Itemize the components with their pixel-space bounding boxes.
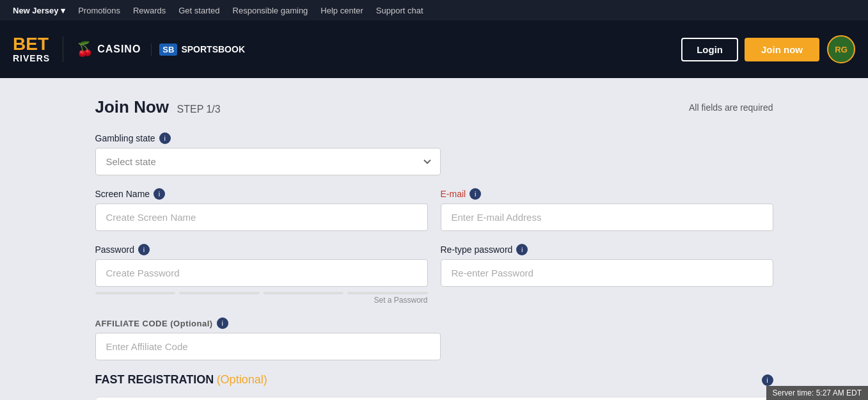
nav-responsible-gaming[interactable]: Responsible gaming <box>233 6 308 15</box>
email-info-icon[interactable]: i <box>470 188 481 200</box>
join-now-button[interactable]: Join now <box>745 38 819 61</box>
screen-name-info-icon[interactable]: i <box>154 188 165 200</box>
nav-help-center[interactable]: Help center <box>320 6 363 15</box>
strength-bar-4 <box>347 292 428 294</box>
all-fields-required: All fields are required <box>689 102 773 113</box>
nav-promotions[interactable]: Promotions <box>78 6 120 15</box>
nav-new-jersey[interactable]: New Jersey ▾ <box>13 6 65 15</box>
server-time-badge: Server time: 5:27 AM EDT <box>766 386 868 400</box>
fast-reg-heading: FAST REGISTRATION (Optional) <box>95 373 267 387</box>
retype-password-label: Re-type password i <box>441 244 773 255</box>
email-input[interactable] <box>441 204 773 231</box>
screen-name-column: Screen Name i <box>95 188 428 231</box>
affiliate-info-icon[interactable]: i <box>217 317 228 329</box>
main-header: BET RIVERS 🍒 CASINO SB SPORTSBOOK Login … <box>0 20 868 78</box>
nav-get-started[interactable]: Get started <box>178 6 219 15</box>
top-navigation: New Jersey ▾ Promotions Rewards Get star… <box>0 0 868 20</box>
casino-logo: 🍒 CASINO <box>76 41 141 58</box>
gambling-state-select[interactable]: Select state New Jersey Pennsylvania Mic… <box>95 148 441 175</box>
form-header: Join Now STEP 1/3 All fields are require… <box>95 97 773 117</box>
logo-divider <box>63 36 63 62</box>
gambling-state-section: Gambling state i Select state New Jersey… <box>95 132 773 175</box>
state-select-wrapper: Select state New Jersey Pennsylvania Mic… <box>95 148 441 175</box>
sb-badge: SB <box>159 44 177 56</box>
affiliate-label-row: AFFILIATE CODE (Optional) i <box>95 317 773 329</box>
fast-reg-options: RR I would like to register using my exi… <box>95 397 773 400</box>
registration-form: Join Now STEP 1/3 All fields are require… <box>95 97 773 400</box>
sportsbook-logo: SB SPORTSBOOK <box>151 44 245 56</box>
join-now-heading: Join Now STEP 1/3 <box>95 97 221 117</box>
nav-rewards[interactable]: Rewards <box>133 6 166 15</box>
email-column: E-mail i <box>441 188 773 231</box>
set-password-hint: Set a Password <box>95 296 428 305</box>
password-info-icon[interactable]: i <box>138 244 150 255</box>
password-strength-bars <box>95 292 428 294</box>
retype-password-column: Re-type password i <box>441 244 773 305</box>
password-row: Password i Set a Password Re-type passwo… <box>95 244 773 305</box>
sportsbook-label: SPORTSBOOK <box>181 44 245 54</box>
login-button[interactable]: Login <box>681 38 738 61</box>
nav-support-chat[interactable]: Support chat <box>376 6 423 15</box>
gambling-state-info-icon[interactable]: i <box>159 132 171 144</box>
affiliate-code-input[interactable] <box>95 333 441 360</box>
screen-name-email-row: Screen Name i E-mail i <box>95 188 773 231</box>
strength-bar-2 <box>179 292 260 294</box>
content-area: Join Now STEP 1/3 All fields are require… <box>83 78 786 400</box>
fast-registration-section: FAST REGISTRATION (Optional) i RR I woul… <box>95 373 773 400</box>
email-label: E-mail i <box>441 188 773 200</box>
betrivers-logo: BET RIVERS <box>13 35 50 63</box>
retype-password-info-icon[interactable]: i <box>516 244 528 255</box>
fast-reg-header: FAST REGISTRATION (Optional) i <box>95 373 773 387</box>
password-input[interactable] <box>95 259 428 287</box>
retype-password-input[interactable] <box>441 259 773 287</box>
password-label: Password i <box>95 244 428 255</box>
affiliate-code-label: AFFILIATE CODE (Optional) <box>95 319 213 328</box>
fast-reg-info-icon[interactable]: i <box>762 374 773 386</box>
affiliate-code-section: AFFILIATE CODE (Optional) i <box>95 317 773 360</box>
screen-name-input[interactable] <box>95 204 428 231</box>
screen-name-label: Screen Name i <box>95 188 428 200</box>
strength-bar-1 <box>95 292 176 294</box>
password-column: Password i Set a Password <box>95 244 428 305</box>
gambling-state-label: Gambling state i <box>95 132 773 144</box>
casino-label: CASINO <box>97 44 141 55</box>
rg-badge: RG <box>827 35 855 63</box>
cherry-icon: 🍒 <box>76 41 93 58</box>
logo-area: BET RIVERS 🍒 CASINO SB SPORTSBOOK <box>13 35 245 63</box>
strength-bar-3 <box>264 292 344 294</box>
